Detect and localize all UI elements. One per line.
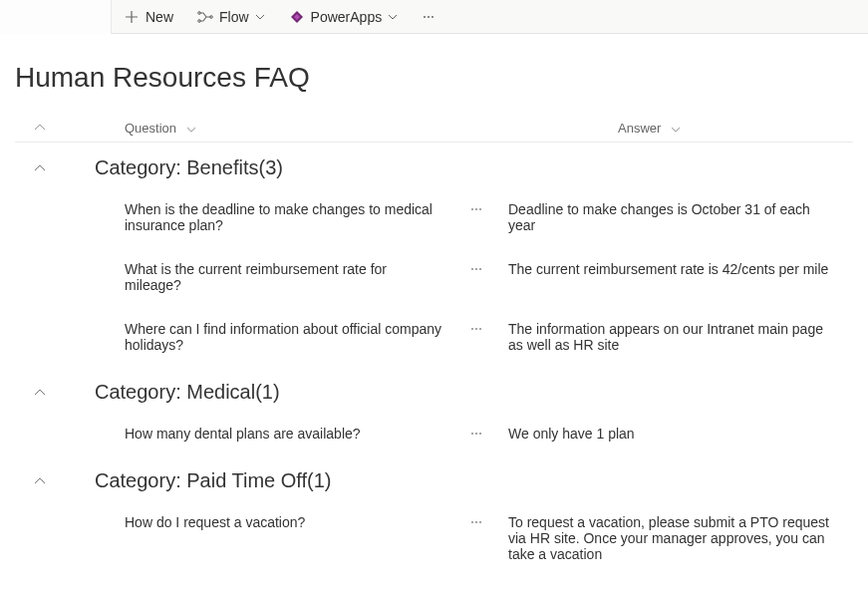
item-question: Where can I find information about offic… <box>15 321 443 353</box>
item-answer: The current reimbursement rate is 42/cen… <box>508 261 853 277</box>
ellipsis-icon <box>469 322 483 336</box>
svg-point-13 <box>475 328 477 330</box>
column-header-question[interactable]: Question <box>65 120 553 136</box>
svg-point-3 <box>424 16 426 18</box>
chevron-down-icon <box>255 12 265 22</box>
new-button[interactable]: New <box>112 0 185 34</box>
list-item[interactable]: What is the current reimbursement rate f… <box>15 247 853 307</box>
page-title: Human Resources FAQ <box>0 34 868 114</box>
plus-icon <box>124 9 140 25</box>
chevron-down-icon <box>388 12 398 22</box>
flow-button[interactable]: Flow <box>185 0 277 34</box>
ellipsis-icon <box>469 427 483 441</box>
group-header[interactable]: Category: Benefits(3) <box>15 143 853 187</box>
list-item[interactable]: How do I request a vacation?To request a… <box>15 500 853 576</box>
svg-point-19 <box>475 521 477 523</box>
column-header-row: Question Answer <box>15 114 853 143</box>
powerapps-button[interactable]: PowerApps <box>277 0 411 34</box>
svg-point-11 <box>479 268 481 270</box>
list-item[interactable]: When is the deadline to make changes to … <box>15 187 853 247</box>
item-answer: We only have 1 plan <box>508 426 853 442</box>
item-question: What is the current reimbursement rate f… <box>15 261 443 293</box>
powerapps-label: PowerApps <box>311 9 383 25</box>
ellipsis-icon <box>422 10 435 24</box>
svg-point-7 <box>475 208 477 210</box>
item-actions-button[interactable] <box>443 321 508 336</box>
collapse-all-toggle[interactable] <box>15 124 65 132</box>
column-header-answer[interactable]: Answer <box>618 120 853 136</box>
item-question: When is the deadline to make changes to … <box>15 201 443 233</box>
svg-point-10 <box>475 268 477 270</box>
group-title: Category: Paid Time Off(1) <box>65 469 332 492</box>
list-item[interactable]: Where can I find information about offic… <box>15 307 853 367</box>
item-answer: To request a vacation, please submit a P… <box>508 514 853 562</box>
svg-point-16 <box>475 433 477 435</box>
chevron-down-icon <box>671 127 681 133</box>
flow-icon <box>197 9 213 25</box>
svg-point-8 <box>479 208 481 210</box>
question-header-label: Question <box>125 121 176 136</box>
svg-point-15 <box>471 433 473 435</box>
item-actions-button[interactable] <box>443 201 508 216</box>
ellipsis-icon <box>469 515 483 529</box>
chevron-down-icon <box>186 127 196 133</box>
svg-point-12 <box>471 328 473 330</box>
answer-header-label: Answer <box>618 121 661 136</box>
powerapps-icon <box>289 9 305 25</box>
ellipsis-icon <box>469 202 483 216</box>
item-actions-button[interactable] <box>443 261 508 276</box>
overflow-button[interactable] <box>410 0 447 34</box>
new-label: New <box>145 9 173 25</box>
item-actions-button[interactable] <box>443 514 508 529</box>
flow-label: Flow <box>219 9 249 25</box>
svg-point-5 <box>432 16 434 18</box>
chevron-up-icon[interactable] <box>15 477 65 485</box>
list-item[interactable]: How many dental plans are available?We o… <box>15 412 853 455</box>
chevron-up-icon[interactable] <box>15 164 65 172</box>
command-bar: New Flow PowerApps <box>0 0 868 34</box>
ellipsis-icon <box>469 262 483 276</box>
group-title: Category: Benefits(3) <box>65 156 283 179</box>
group-title: Category: Medical(1) <box>65 381 280 404</box>
svg-point-9 <box>471 268 473 270</box>
group-header[interactable]: Category: Paid Time Off(1) <box>15 455 853 500</box>
group-header[interactable]: Category: Medical(1) <box>15 367 853 412</box>
item-answer: The information appears on our Intranet … <box>508 321 853 353</box>
chevron-up-icon[interactable] <box>15 389 65 397</box>
svg-point-4 <box>428 16 430 18</box>
svg-point-6 <box>471 208 473 210</box>
item-actions-button[interactable] <box>443 426 508 441</box>
svg-point-14 <box>479 328 481 330</box>
svg-point-20 <box>479 521 481 523</box>
svg-point-18 <box>471 521 473 523</box>
svg-point-17 <box>479 433 481 435</box>
item-question: How many dental plans are available? <box>15 426 443 442</box>
item-question: How do I request a vacation? <box>15 514 443 530</box>
app-launcher-placeholder <box>0 0 112 34</box>
list-body: Category: Benefits(3)When is the deadlin… <box>0 143 868 576</box>
item-answer: Deadline to make changes is October 31 o… <box>508 201 853 233</box>
